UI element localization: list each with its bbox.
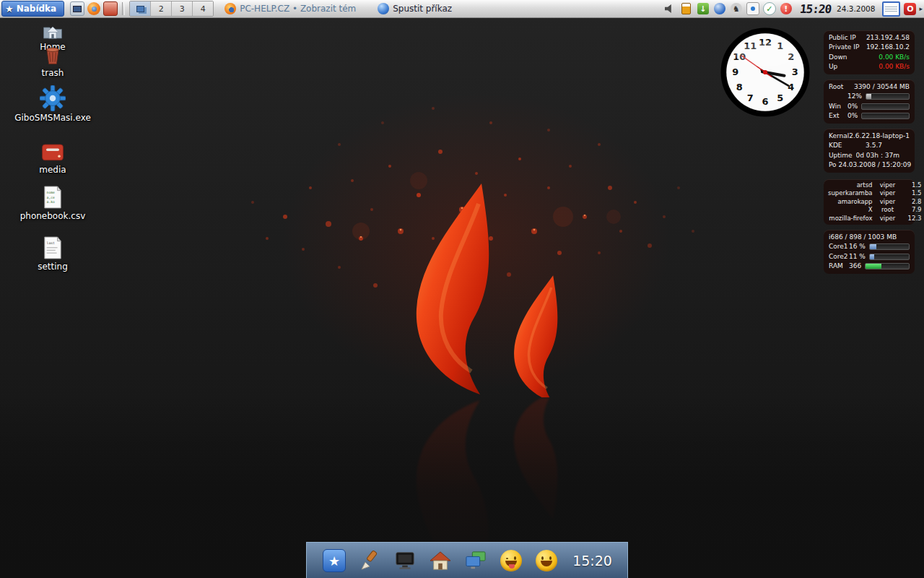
download-icon[interactable]: ↓	[697, 2, 710, 15]
teatime-icon[interactable]	[680, 2, 693, 15]
desktop-icon-trash[interactable]: trash	[13, 40, 92, 78]
desktop-screen: ★ Nabídka 2 3 4 PC-HELP.CZ • Zobrazit té…	[0, 0, 924, 578]
chess-icon[interactable]: ♞	[730, 2, 743, 15]
firefox-launcher-icon[interactable]	[87, 2, 100, 15]
dock-terminal-button[interactable]	[393, 547, 417, 574]
panel-right-applets: O	[882, 1, 916, 17]
svg-text:nome: nome	[47, 191, 55, 194]
terminal-icon	[394, 551, 416, 571]
core1-bar	[869, 243, 910, 250]
pager-desktop-4[interactable]: 4	[192, 1, 213, 16]
disk-widget: Root3390 / 30544 MB 12% Win0% Ext0%	[824, 79, 915, 124]
network-widget: Public IP213.192.4.58 Private IP192.168.…	[824, 30, 915, 74]
pager-desktop-2[interactable]: 2	[150, 1, 171, 16]
process-widget: artsdviper1.5 superkarambaviper1.5 amaro…	[824, 179, 915, 225]
task-label: PC-HELP.CZ • Zobrazit tém	[240, 4, 356, 14]
home-folder-icon	[13, 14, 92, 40]
screen-glyph	[73, 6, 82, 12]
sphere-glyph	[714, 3, 725, 14]
desktop-icon-setting[interactable]: last setting	[13, 234, 92, 272]
system-monitor-launcher-icon[interactable]	[70, 1, 84, 16]
knight-glyph: ♞	[731, 3, 742, 14]
run-command-icon	[378, 3, 389, 14]
opera-icon[interactable]: O	[904, 3, 916, 15]
panel-date[interactable]: 24.3.2008	[837, 4, 875, 13]
icon-label: GiboSMSMasi.exe	[13, 113, 92, 123]
icon-label: trash	[13, 68, 92, 78]
svg-text:8: 8	[736, 82, 743, 92]
process-table: artsdviper1.5 superkarambaviper1.5 amaro…	[824, 181, 915, 223]
win-usage-bar	[861, 103, 910, 110]
leaf-icon[interactable]: ✓	[763, 2, 776, 15]
svg-text:5: 5	[777, 92, 783, 103]
kopete-icon[interactable]	[746, 2, 759, 15]
cpu-ram-widget: i686 / 898 / 1003 MB Core116 % Core211 %…	[824, 230, 915, 274]
bottom-dock: ★	[306, 542, 628, 578]
taskbar-item-run-command[interactable]: Spustit příkaz	[372, 1, 484, 17]
check-glyph: ✓	[763, 2, 776, 15]
root-usage-bar	[866, 93, 910, 100]
ext-usage-bar	[861, 113, 910, 119]
drive-icon	[13, 137, 92, 163]
firefox-icon	[225, 3, 236, 14]
arrow-down-glyph: ↓	[697, 3, 709, 14]
svg-text:last: last	[47, 241, 55, 245]
exclamation-glyph: !	[780, 3, 792, 14]
svg-text:a,ce: a,ce	[47, 196, 55, 199]
speaker-glyph	[665, 4, 675, 14]
panel-hide-arrow-icon[interactable]: ▸	[919, 5, 923, 12]
desktop-icon-gibosmsmasi[interactable]: GiboSMSMasi.exe	[13, 85, 92, 123]
star-icon: ★	[323, 549, 346, 572]
down-speed: 0.00 KB/s	[879, 53, 910, 61]
svg-text:9: 9	[732, 66, 738, 77]
globe-glyph	[92, 7, 97, 12]
desktop-icon-media[interactable]: media	[13, 137, 92, 175]
displays-icon	[465, 551, 487, 571]
svg-text:6: 6	[762, 96, 769, 107]
dock-smiley-button[interactable]	[534, 547, 559, 574]
star-icon: ★	[5, 4, 14, 14]
notes-icon[interactable]	[882, 1, 900, 17]
pager-desktop-3[interactable]: 3	[171, 1, 192, 16]
dock-paint-button[interactable]	[357, 547, 382, 574]
text-file-icon: last	[13, 234, 92, 260]
kmenu-button[interactable]: ★ Nabídka	[1, 1, 64, 17]
desktop-icon-phonebook[interactable]: nome a,ce a.ko phonebook.csv	[13, 184, 92, 221]
smiley-icon	[536, 550, 557, 571]
dock-home-button[interactable]	[428, 547, 453, 574]
pager-desktop-1[interactable]	[130, 1, 150, 16]
up-speed: 0.00 KB/s	[879, 63, 910, 71]
dock-clock[interactable]: 15:20	[572, 553, 612, 569]
trash-can-icon	[13, 40, 92, 66]
mug-glyph	[681, 3, 691, 14]
svg-text:3: 3	[792, 66, 798, 77]
svg-text:7: 7	[747, 92, 754, 103]
konqueror-icon[interactable]	[713, 2, 726, 15]
top-panel: ★ Nabídka 2 3 4 PC-HELP.CZ • Zobrazit té…	[0, 0, 924, 18]
dock-displays-button[interactable]	[463, 547, 488, 574]
analog-clock-widget: 1 2 3 4 5 6 7 8 9 10 11 12	[720, 27, 810, 117]
alert-icon[interactable]: !	[780, 2, 793, 15]
volume-icon[interactable]	[663, 2, 676, 15]
panel-clock[interactable]: 15:20	[799, 2, 832, 16]
system-tray: ↓ ♞ ✓ !	[663, 2, 793, 15]
kmenu-label: Nabídka	[17, 4, 57, 14]
dock-menu-button[interactable]: ★	[322, 547, 346, 574]
quick-launchers	[70, 1, 118, 16]
text-file-icon: nome a,ce a.ko	[13, 184, 92, 210]
krusader-launcher-icon[interactable]	[103, 1, 118, 16]
gear-icon	[13, 85, 92, 111]
svg-text:4: 4	[788, 82, 794, 92]
desktop-pager: 2 3 4	[129, 1, 214, 17]
widget-datetime: Po 24.03.2008 / 15:20:09	[829, 161, 911, 169]
icon-label: media	[13, 165, 92, 175]
home-icon	[430, 551, 451, 571]
system-info-widget: Kernal2.6.22.18-laptop-1m KDE3.5.7 Uptim…	[824, 129, 915, 173]
paintbrush-icon	[359, 550, 380, 571]
taskbar-item-firefox[interactable]: PC-HELP.CZ • Zobrazit tém	[219, 1, 367, 17]
ram-bar	[865, 263, 910, 269]
svg-text:a.ko: a.ko	[47, 200, 55, 204]
flame-logo	[393, 182, 574, 397]
dock-smiley-tongue-button[interactable]	[499, 547, 523, 574]
core2-bar	[869, 254, 910, 260]
